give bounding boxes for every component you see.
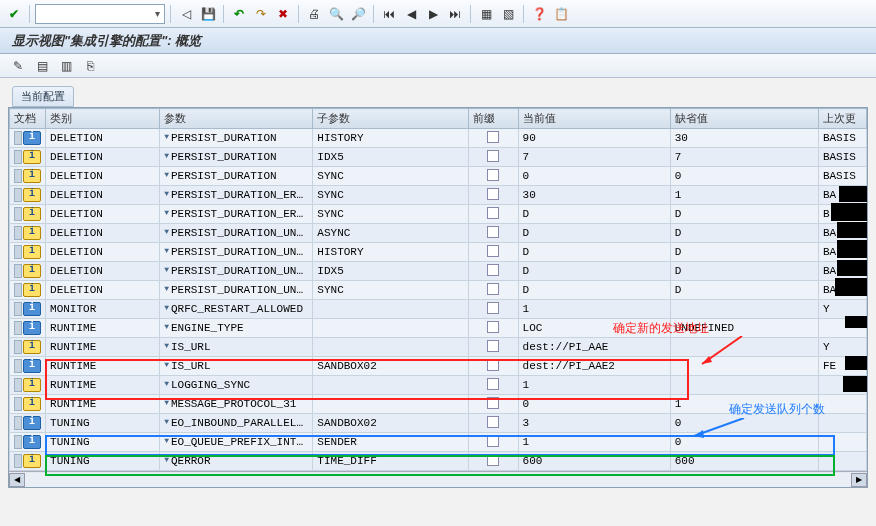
cell-param[interactable]: ▼PERSIST_DURATION_UN… xyxy=(160,281,313,300)
cell-subparam[interactable]: SYNC xyxy=(313,205,468,224)
cell-subparam[interactable]: IDX5 xyxy=(313,262,468,281)
cell-default[interactable] xyxy=(670,300,818,319)
info-icon[interactable] xyxy=(23,397,41,411)
cell-last[interactable]: BASIS xyxy=(818,129,866,148)
checkbox-icon[interactable] xyxy=(487,207,499,219)
row-handle[interactable] xyxy=(14,283,22,297)
table-row[interactable]: MONITOR▼QRFC_RESTART_ALLOWED1Y xyxy=(10,300,867,319)
dropdown-icon[interactable]: ▼ xyxy=(164,208,169,217)
cell-current[interactable]: D xyxy=(518,281,670,300)
row-handle[interactable] xyxy=(14,245,22,259)
cell-category[interactable]: DELETION xyxy=(46,262,160,281)
cell-category[interactable]: RUNTIME xyxy=(46,395,160,414)
scroll-left-icon[interactable]: ◀ xyxy=(9,473,25,487)
cell-category[interactable]: TUNING xyxy=(46,452,160,471)
info-icon[interactable] xyxy=(23,169,41,183)
checkbox-icon[interactable] xyxy=(487,302,499,314)
cell-category[interactable]: DELETION xyxy=(46,148,160,167)
cell-category[interactable]: TUNING xyxy=(46,414,160,433)
cell-last[interactable] xyxy=(818,433,866,452)
session-icon[interactable]: ▧ xyxy=(498,4,518,24)
cell-prefix[interactable] xyxy=(468,262,518,281)
cell-subparam[interactable]: HISTORY xyxy=(313,243,468,262)
dropdown-icon[interactable]: ▼ xyxy=(164,246,169,255)
cell-param[interactable]: ▼PERSIST_DURATION xyxy=(160,129,313,148)
cell-current[interactable]: 1 xyxy=(518,376,670,395)
cell-last[interactable]: BASIS xyxy=(818,148,866,167)
cell-param[interactable]: ▼PERSIST_DURATION_UN… xyxy=(160,224,313,243)
checkbox-icon[interactable] xyxy=(487,131,499,143)
cell-prefix[interactable] xyxy=(468,414,518,433)
cell-last[interactable]: BASIS xyxy=(818,167,866,186)
cell-subparam[interactable]: IDX5 xyxy=(313,148,468,167)
cell-prefix[interactable] xyxy=(468,186,518,205)
print-icon[interactable]: 🖨 xyxy=(304,4,324,24)
cell-subparam[interactable]: ASYNC xyxy=(313,224,468,243)
cell-prefix[interactable] xyxy=(468,357,518,376)
dropdown-icon[interactable]: ▼ xyxy=(164,360,169,369)
checkbox-icon[interactable] xyxy=(487,435,499,447)
cell-category[interactable]: DELETION xyxy=(46,281,160,300)
row-handle[interactable] xyxy=(14,397,22,411)
info-icon[interactable] xyxy=(23,188,41,202)
row-handle[interactable] xyxy=(14,359,22,373)
checkbox-icon[interactable] xyxy=(487,340,499,352)
checkbox-icon[interactable] xyxy=(487,264,499,276)
dropdown-icon[interactable]: ▼ xyxy=(164,455,169,464)
cell-category[interactable]: DELETION xyxy=(46,129,160,148)
cell-subparam[interactable] xyxy=(313,319,468,338)
info-icon[interactable] xyxy=(23,454,41,468)
cell-category[interactable]: RUNTIME xyxy=(46,338,160,357)
cell-param[interactable]: ▼LOGGING_SYNC xyxy=(160,376,313,395)
cell-subparam[interactable] xyxy=(313,300,468,319)
cell-subparam[interactable]: SYNC xyxy=(313,281,468,300)
cell-prefix[interactable] xyxy=(468,452,518,471)
cell-last[interactable] xyxy=(818,452,866,471)
dropdown-icon[interactable]: ▼ xyxy=(164,322,169,331)
cell-current[interactable]: dest://PI_AAE2 xyxy=(518,357,670,376)
cell-param[interactable]: ▼IS_URL xyxy=(160,338,313,357)
checkbox-icon[interactable] xyxy=(487,150,499,162)
row-handle[interactable] xyxy=(14,264,22,278)
dropdown-icon[interactable]: ▼ xyxy=(164,189,169,198)
cell-param[interactable]: ▼MESSAGE_PROTOCOL_31 xyxy=(160,395,313,414)
cell-prefix[interactable] xyxy=(468,281,518,300)
save-icon[interactable]: 💾 xyxy=(198,4,218,24)
cell-category[interactable]: DELETION xyxy=(46,205,160,224)
table-row[interactable]: DELETION▼PERSIST_DURATION_UN…ASYNCDDBA xyxy=(10,224,867,243)
cell-subparam[interactable]: SANDBOX02 xyxy=(313,414,468,433)
info-icon[interactable] xyxy=(23,283,41,297)
help-icon[interactable]: ❓ xyxy=(529,4,549,24)
cell-param[interactable]: ▼PERSIST_DURATION_ER… xyxy=(160,186,313,205)
cell-default[interactable]: 600 xyxy=(670,452,818,471)
cell-prefix[interactable] xyxy=(468,129,518,148)
checkbox-icon[interactable] xyxy=(487,397,499,409)
cell-prefix[interactable] xyxy=(468,205,518,224)
cell-category[interactable]: RUNTIME xyxy=(46,319,160,338)
cell-current[interactable]: 1 xyxy=(518,433,670,452)
info-icon[interactable] xyxy=(23,302,41,316)
cell-category[interactable]: DELETION xyxy=(46,243,160,262)
cell-param[interactable]: ▼PERSIST_DURATION xyxy=(160,167,313,186)
table-row[interactable]: RUNTIME▼ENGINE_TYPELOCUNDEFINED xyxy=(10,319,867,338)
cell-param[interactable]: ▼IS_URL xyxy=(160,357,313,376)
find-next-icon[interactable]: 🔎 xyxy=(348,4,368,24)
copy-icon[interactable]: ⎘ xyxy=(80,56,100,76)
cell-prefix[interactable] xyxy=(468,395,518,414)
table-row[interactable]: DELETION▼PERSIST_DURATIONSYNC00BASIS xyxy=(10,167,867,186)
checkbox-icon[interactable] xyxy=(487,454,499,466)
cell-prefix[interactable] xyxy=(468,148,518,167)
cell-current[interactable]: D xyxy=(518,224,670,243)
cell-current[interactable]: D xyxy=(518,243,670,262)
dropdown-icon[interactable]: ▼ xyxy=(164,265,169,274)
cell-subparam[interactable]: SANDBOX02 xyxy=(313,357,468,376)
dropdown-icon[interactable]: ▼ xyxy=(164,436,169,445)
cell-subparam[interactable] xyxy=(313,338,468,357)
dropdown-icon[interactable]: ▼ xyxy=(164,132,169,141)
row-handle[interactable] xyxy=(14,226,22,240)
cell-last[interactable] xyxy=(818,414,866,433)
cell-prefix[interactable] xyxy=(468,243,518,262)
info-icon[interactable] xyxy=(23,245,41,259)
cell-param[interactable]: ▼QERROR xyxy=(160,452,313,471)
checkbox-icon[interactable] xyxy=(487,321,499,333)
